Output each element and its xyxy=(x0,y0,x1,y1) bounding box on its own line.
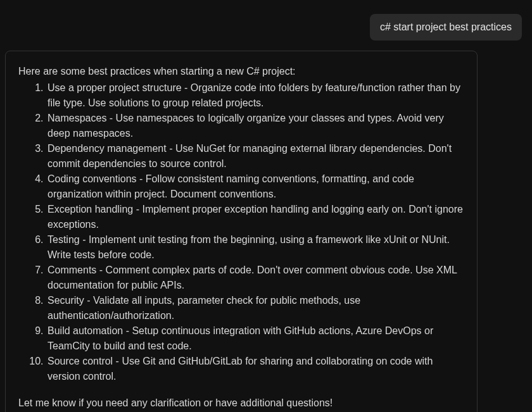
list-item: Source control - Use Git and GitHub/GitL… xyxy=(46,354,464,384)
user-message-bubble[interactable]: c# start project best practices xyxy=(370,14,522,41)
chat-container: c# start project best practices Here are… xyxy=(0,0,532,412)
user-message-text: c# start project best practices xyxy=(380,22,512,32)
list-item: Security - Validate all inputs, paramete… xyxy=(46,293,464,323)
assistant-message-bubble: Here are some best practices when starti… xyxy=(5,51,478,412)
list-item: Comments - Comment complex parts of code… xyxy=(46,263,464,293)
list-item: Dependency management - Use NuGet for ma… xyxy=(46,141,464,172)
list-item: Namespaces - Use namespaces to logically… xyxy=(46,111,464,141)
assistant-intro: Here are some best practices when starti… xyxy=(18,64,464,79)
best-practices-list: Use a proper project structure - Organiz… xyxy=(18,80,464,384)
list-item: Coding conventions - Follow consistent n… xyxy=(46,172,464,202)
user-message-row: c# start project best practices xyxy=(5,14,527,41)
list-item: Build automation - Setup continuous inte… xyxy=(46,323,464,354)
list-item: Testing - Implement unit testing from th… xyxy=(46,232,464,263)
assistant-outro: Let me know if you need any clarificatio… xyxy=(18,396,464,411)
list-item: Exception handling - Implement proper ex… xyxy=(46,202,464,232)
list-item: Use a proper project structure - Organiz… xyxy=(46,80,464,111)
